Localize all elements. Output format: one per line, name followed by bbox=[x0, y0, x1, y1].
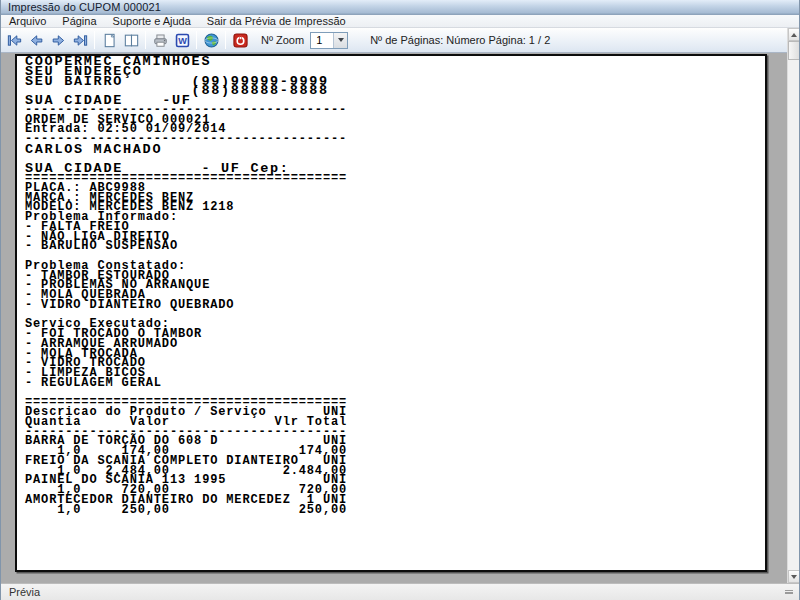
preview-area: COOPERMEC CAMINHOESSEU ENDEREÇOSEU BAIRR… bbox=[1, 53, 787, 583]
receipt-line: - REGULAGEM GERAL bbox=[25, 379, 765, 389]
first-page-button[interactable] bbox=[3, 30, 25, 51]
menubar: Arquivo Página Suporte e Ajuda Sair da P… bbox=[1, 15, 799, 28]
zoom-select[interactable]: 1 bbox=[310, 32, 348, 49]
power-exit-icon bbox=[232, 32, 249, 49]
print-button[interactable] bbox=[149, 30, 171, 51]
scroll-down-icon bbox=[791, 575, 797, 579]
two-page-view-button[interactable] bbox=[120, 30, 142, 51]
previous-page-icon bbox=[28, 32, 45, 49]
receipt-line: CARLOS MACHADO bbox=[25, 145, 765, 155]
vertical-scrollbar[interactable] bbox=[787, 28, 799, 583]
receipt-line: - VIDRO DIANTEIRO QUEBRADO bbox=[25, 301, 765, 311]
last-page-icon bbox=[72, 32, 89, 49]
svg-text:W: W bbox=[178, 36, 187, 46]
next-page-button[interactable] bbox=[47, 30, 69, 51]
printer-icon bbox=[152, 32, 169, 49]
menu-item-pagina[interactable]: Página bbox=[54, 15, 104, 28]
receipt-line: Problema Informado: bbox=[25, 213, 765, 223]
resize-grip[interactable] bbox=[785, 590, 793, 594]
window-title: Impressão do CUPOM 000021 bbox=[1, 1, 161, 13]
previous-page-button[interactable] bbox=[25, 30, 47, 51]
scroll-up-icon bbox=[791, 33, 797, 37]
status-text: Prévia bbox=[1, 586, 40, 598]
toolbar-separator bbox=[196, 31, 197, 49]
first-page-icon bbox=[6, 32, 23, 49]
last-page-button[interactable] bbox=[69, 30, 91, 51]
globe-icon bbox=[203, 32, 220, 49]
word-icon: W bbox=[174, 32, 191, 49]
print-preview-window: Impressão do CUPOM 000021 Arquivo Página… bbox=[0, 0, 800, 600]
receipt-line: - BARULHO SUSPENSÃO bbox=[25, 242, 765, 252]
web-button[interactable] bbox=[200, 30, 222, 51]
toolbar-separator bbox=[94, 31, 95, 49]
pages-info: Nº de Páginas: Número Página: 1 / 2 bbox=[370, 34, 550, 46]
next-page-icon bbox=[50, 32, 67, 49]
scrollbar-thumb[interactable] bbox=[788, 41, 800, 60]
single-page-icon bbox=[101, 32, 118, 49]
toolbar-separator bbox=[145, 31, 146, 49]
single-page-view-button[interactable] bbox=[98, 30, 120, 51]
titlebar: Impressão do CUPOM 000021 bbox=[1, 0, 799, 15]
receipt-line: 1,0 250,00 250,00 bbox=[25, 506, 765, 516]
export-word-button[interactable]: W bbox=[171, 30, 193, 51]
receipt-text: COOPERMEC CAMINHOESSEU ENDEREÇOSEU BAIRR… bbox=[17, 56, 765, 515]
menu-item-arquivo[interactable]: Arquivo bbox=[1, 15, 54, 28]
receipt-page: COOPERMEC CAMINHOESSEU ENDEREÇOSEU BAIRR… bbox=[15, 54, 767, 572]
two-page-icon bbox=[123, 32, 140, 49]
scroll-up-button[interactable] bbox=[788, 28, 800, 41]
combo-dropdown-button[interactable] bbox=[333, 33, 347, 48]
exit-button[interactable] bbox=[229, 30, 251, 51]
zoom-value: 1 bbox=[311, 33, 333, 48]
menu-item-suporte-e-ajuda[interactable]: Suporte e Ajuda bbox=[105, 15, 199, 28]
chevron-down-icon bbox=[338, 38, 344, 42]
zoom-label: Nº Zoom bbox=[261, 34, 304, 46]
toolbar: W Nº Zoom 1 Nº de Pá bbox=[1, 28, 787, 53]
toolbar-separator bbox=[225, 31, 226, 49]
statusbar: Prévia bbox=[1, 583, 799, 600]
menu-item-sair-da-previa[interactable]: Sair da Prévia de Impressão bbox=[199, 15, 354, 28]
scroll-down-button[interactable] bbox=[788, 570, 800, 583]
